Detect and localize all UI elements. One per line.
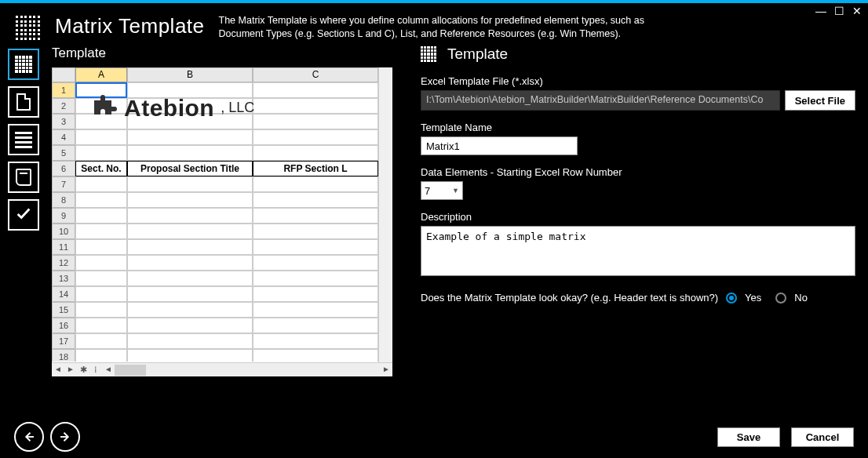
cell[interactable]: [127, 192, 253, 208]
row-header[interactable]: 16: [52, 318, 75, 333]
sheet-tab-next-icon[interactable]: ►: [64, 364, 77, 376]
cell[interactable]: [75, 224, 127, 239]
cell[interactable]: [75, 129, 127, 145]
cell[interactable]: [253, 318, 378, 333]
col-header-c[interactable]: C: [253, 67, 378, 82]
rail-item-template[interactable]: [8, 49, 39, 80]
sheet-scrollbar-vertical[interactable]: [378, 67, 392, 362]
row-header[interactable]: 4: [52, 129, 75, 145]
start-row-select[interactable]: 7 ▼: [421, 181, 463, 200]
cell[interactable]: [127, 318, 253, 333]
sheet-corner[interactable]: [52, 67, 75, 82]
rail-item-list[interactable]: [8, 124, 39, 155]
cell[interactable]: [253, 129, 378, 145]
cell[interactable]: Proposal Section Title: [127, 161, 253, 176]
rail-item-document[interactable]: [8, 86, 39, 118]
confirm-no-radio[interactable]: [775, 293, 786, 304]
cell[interactable]: [127, 224, 253, 239]
rail-item-reference[interactable]: [8, 162, 39, 193]
minimize-button[interactable]: —: [815, 5, 826, 17]
cell[interactable]: [253, 302, 378, 318]
cell[interactable]: [127, 302, 253, 318]
cell[interactable]: [253, 349, 378, 362]
cell[interactable]: [75, 333, 127, 349]
cell[interactable]: [75, 271, 127, 286]
file-path-input[interactable]: I:\Tom\Atebion\Atebion_MatrixBuilder\Mat…: [421, 90, 780, 111]
cell[interactable]: [253, 145, 378, 161]
cancel-button[interactable]: Cancel: [791, 427, 854, 447]
description-textarea[interactable]: [421, 226, 855, 276]
confirm-yes-radio[interactable]: [726, 293, 737, 304]
cell[interactable]: [75, 239, 127, 255]
row-header[interactable]: 14: [52, 286, 75, 302]
cell[interactable]: [253, 82, 378, 98]
cell[interactable]: RFP Section L: [253, 161, 378, 176]
cell[interactable]: [127, 239, 253, 255]
row-header[interactable]: 2: [52, 98, 75, 114]
maximize-button[interactable]: ☐: [834, 5, 844, 17]
cell[interactable]: [75, 192, 127, 208]
col-header-b[interactable]: B: [127, 67, 253, 82]
cell[interactable]: [127, 255, 253, 271]
sheet-scrollbar-horizontal[interactable]: ◄ ► ✱ ⁞ ◄ ►: [52, 362, 392, 376]
select-file-button[interactable]: Select File: [785, 90, 855, 111]
cell[interactable]: [253, 286, 378, 302]
cell[interactable]: [127, 286, 253, 302]
scroll-thumb[interactable]: [115, 365, 146, 376]
row-header[interactable]: 13: [52, 271, 75, 286]
cell[interactable]: [253, 255, 378, 271]
row-header[interactable]: 3: [52, 114, 75, 129]
cell[interactable]: [127, 271, 253, 286]
cell[interactable]: [127, 145, 253, 161]
scroll-track[interactable]: [115, 364, 380, 376]
cell[interactable]: [253, 271, 378, 286]
cell[interactable]: [253, 176, 378, 192]
row-header[interactable]: 18: [52, 349, 75, 362]
forward-button[interactable]: [50, 422, 80, 452]
row-header[interactable]: 9: [52, 208, 75, 224]
row-header[interactable]: 12: [52, 255, 75, 271]
cell[interactable]: [253, 192, 378, 208]
col-header-a[interactable]: A: [75, 67, 127, 82]
cell[interactable]: [75, 208, 127, 224]
scroll-left-icon[interactable]: ◄: [102, 364, 115, 376]
row-header[interactable]: 11: [52, 239, 75, 255]
sheet-tab-prev-icon[interactable]: ◄: [52, 364, 64, 376]
row-header[interactable]: 5: [52, 145, 75, 161]
template-name-input[interactable]: [421, 136, 578, 155]
row-header[interactable]: 15: [52, 302, 75, 318]
cell[interactable]: [127, 176, 253, 192]
cell[interactable]: [75, 286, 127, 302]
cell[interactable]: [253, 224, 378, 239]
cell[interactable]: [75, 349, 127, 362]
cell[interactable]: [75, 302, 127, 318]
cell[interactable]: [127, 349, 253, 362]
spreadsheet-preview[interactable]: A B C 123456Sect. No.Proposal Section Ti…: [52, 67, 392, 376]
sheet-tab-split-icon[interactable]: ⁞: [89, 365, 102, 375]
row-header[interactable]: 8: [52, 192, 75, 208]
cell[interactable]: [75, 145, 127, 161]
close-button[interactable]: ✕: [852, 5, 862, 17]
row-header[interactable]: 17: [52, 333, 75, 349]
back-button[interactable]: [14, 422, 44, 452]
save-button[interactable]: Save: [717, 427, 780, 447]
cell[interactable]: [253, 333, 378, 349]
cell[interactable]: [75, 176, 127, 192]
cell[interactable]: Sect. No.: [75, 161, 127, 176]
cell[interactable]: [75, 318, 127, 333]
cell[interactable]: [127, 208, 253, 224]
row-header[interactable]: 1: [52, 82, 75, 98]
row-header[interactable]: 7: [52, 176, 75, 192]
rail-item-done[interactable]: [8, 199, 39, 231]
cell[interactable]: [253, 239, 378, 255]
row-header[interactable]: 6: [52, 161, 75, 176]
cell[interactable]: [75, 255, 127, 271]
cell[interactable]: [127, 333, 253, 349]
cell[interactable]: [127, 129, 253, 145]
row-header[interactable]: 10: [52, 224, 75, 239]
cell[interactable]: [253, 98, 378, 114]
cell[interactable]: [253, 208, 378, 224]
scroll-right-icon[interactable]: ►: [380, 364, 392, 376]
cell[interactable]: [253, 114, 378, 129]
sheet-tab-new-icon[interactable]: ✱: [77, 365, 89, 375]
